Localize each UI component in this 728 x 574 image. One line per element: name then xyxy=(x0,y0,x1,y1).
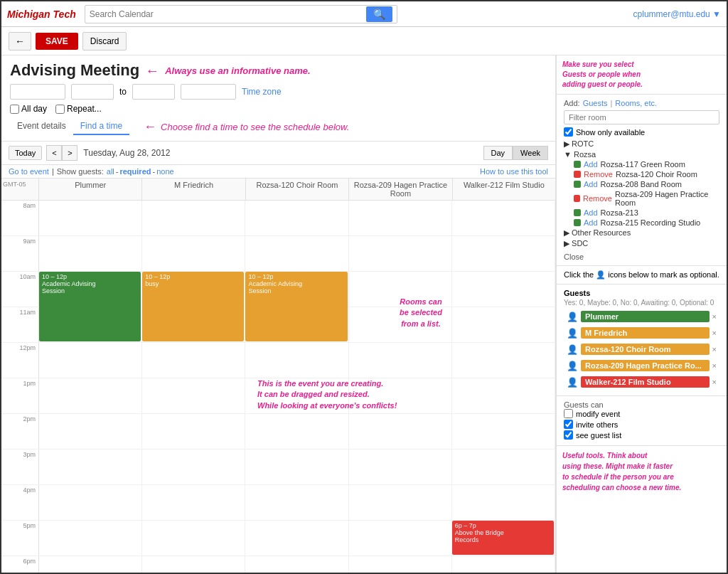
allday-checkbox[interactable] xyxy=(10,105,19,114)
time-cell-10-1[interactable] xyxy=(142,556,245,574)
how-to-link[interactable]: How to use this tool xyxy=(480,167,548,176)
see-guest-list-checkbox[interactable] xyxy=(564,430,573,440)
time-cell-8-3[interactable] xyxy=(349,485,452,520)
show-available-checkbox[interactable] xyxy=(564,127,573,137)
sdc-header[interactable]: ▶ SDC xyxy=(564,239,719,248)
time-cell-8-2[interactable] xyxy=(245,485,348,520)
required-link[interactable]: required xyxy=(119,167,151,176)
day-view-button[interactable]: Day xyxy=(483,146,513,160)
other-header[interactable]: ▶ Other Resources xyxy=(564,228,719,238)
start-date-input[interactable]: 8/28/2012 xyxy=(10,84,65,100)
time-cell-10-0[interactable] xyxy=(39,556,142,574)
end-date-input[interactable]: 8/28/2012 xyxy=(181,84,236,100)
time-cell-0-1[interactable] xyxy=(142,201,245,235)
time-cell-5-4[interactable] xyxy=(452,378,555,413)
guest-remove-rozsa209[interactable]: × xyxy=(712,361,717,370)
prev-button[interactable]: < xyxy=(46,145,62,161)
time-cell-9-1[interactable] xyxy=(142,521,245,556)
time-cell-5-3[interactable] xyxy=(349,378,452,413)
time-cell-4-3[interactable] xyxy=(349,343,452,378)
invite-others-checkbox[interactable] xyxy=(564,420,573,429)
time-cell-1-1[interactable] xyxy=(142,236,245,271)
time-cell-9-2[interactable] xyxy=(245,521,348,556)
time-cell-6-4[interactable] xyxy=(452,414,555,449)
close-link[interactable]: Close xyxy=(564,253,584,261)
tab-event-details[interactable]: Event details xyxy=(10,118,73,135)
time-cell-5-0[interactable] xyxy=(39,378,142,413)
guest-remove-walker212[interactable]: × xyxy=(712,378,717,386)
rotc-header[interactable]: ▶ ROTC xyxy=(564,139,719,149)
time-cell-0-2[interactable] xyxy=(245,201,348,235)
remove-rozsa209[interactable]: Remove xyxy=(583,194,612,203)
time-cell-10-2[interactable] xyxy=(245,556,348,574)
time-cell-6-0[interactable] xyxy=(39,414,142,449)
time-cell-7-3[interactable] xyxy=(349,450,452,484)
time-cell-6-3[interactable] xyxy=(349,414,452,449)
modify-event-checkbox[interactable] xyxy=(564,409,573,418)
time-cell-7-2[interactable] xyxy=(245,450,348,484)
time-cell-3-3[interactable] xyxy=(349,307,452,342)
time-cell-6-2[interactable] xyxy=(245,414,348,449)
time-cell-9-3[interactable] xyxy=(349,521,452,556)
time-cell-0-3[interactable] xyxy=(349,201,452,235)
add-rozsa208[interactable]: Add xyxy=(584,180,598,188)
repeat-checkbox[interactable] xyxy=(55,105,65,114)
add-rozsa117[interactable]: Add xyxy=(584,160,598,169)
all-guests-link[interactable]: all xyxy=(107,167,114,176)
week-view-button[interactable]: Week xyxy=(513,146,548,160)
filter-room-input[interactable] xyxy=(564,110,719,124)
time-cell-8-1[interactable] xyxy=(142,485,245,520)
time-cell-8-4[interactable] xyxy=(452,485,555,520)
cal-event-1-2[interactable]: 10 – 12p busy xyxy=(142,272,244,341)
time-cell-2-3[interactable] xyxy=(349,272,452,307)
time-cell-4-1[interactable] xyxy=(142,343,245,378)
rozsa-header[interactable]: ▼ Rozsa xyxy=(564,150,719,159)
time-cell-5-2[interactable] xyxy=(245,378,348,413)
cal-event-2-2[interactable]: 10 – 12p Academic Advising Session xyxy=(245,272,347,341)
save-button[interactable]: SAVE xyxy=(36,33,78,50)
time-cell-0-4[interactable] xyxy=(452,201,555,235)
rooms-link[interactable]: Rooms, etc. xyxy=(615,99,657,107)
add-rozsa213[interactable]: Add xyxy=(584,208,598,217)
time-cell-1-4[interactable] xyxy=(452,236,555,271)
time-cell-6-1[interactable] xyxy=(142,414,245,449)
time-cell-7-0[interactable] xyxy=(39,450,142,484)
back-button[interactable]: ← xyxy=(9,32,31,51)
guest-remove-mfriedrich[interactable]: × xyxy=(712,329,717,337)
time-cell-7-4[interactable] xyxy=(452,450,555,484)
time-cell-2-4[interactable] xyxy=(452,272,555,307)
search-input[interactable] xyxy=(90,9,362,19)
end-time-input[interactable]: 1:30pm xyxy=(132,84,175,100)
cal-event-0-2[interactable]: 10 – 12p Academic Advising Session xyxy=(39,272,141,341)
user-email[interactable]: cplummer@mtu.edu ▼ xyxy=(633,9,721,19)
discard-button[interactable]: Discard xyxy=(82,32,127,51)
start-time-input[interactable]: 1:00pm xyxy=(71,84,114,100)
time-cell-7-1[interactable] xyxy=(142,450,245,484)
tab-find-time[interactable]: Find a time xyxy=(73,118,129,135)
next-button[interactable]: > xyxy=(62,145,77,161)
time-cell-1-2[interactable] xyxy=(245,236,348,271)
remove-rozsa120[interactable]: Remove xyxy=(584,170,613,179)
timezone-link[interactable]: Time zone xyxy=(242,87,282,97)
time-cell-5-1[interactable] xyxy=(142,378,245,413)
goto-event-link[interactable]: Go to event xyxy=(9,167,49,176)
guest-remove-rozsa120[interactable]: × xyxy=(712,345,717,354)
time-cell-10-3[interactable] xyxy=(349,556,452,574)
today-button[interactable]: Today xyxy=(9,146,42,160)
time-cell-3-4[interactable] xyxy=(452,307,555,342)
time-cell-10-4[interactable] xyxy=(452,556,555,574)
time-cell-4-0[interactable] xyxy=(39,343,142,378)
time-cell-4-4[interactable] xyxy=(452,343,555,378)
time-cell-0-0[interactable] xyxy=(39,201,142,235)
repeat-checkbox-label[interactable]: Repeat... xyxy=(55,104,102,114)
guests-link[interactable]: Guests xyxy=(583,99,608,107)
search-button[interactable]: 🔍 xyxy=(366,6,392,22)
cal-event-4-9[interactable]: 6p – 7p Above the Bridge Records xyxy=(452,521,554,555)
allday-checkbox-label[interactable]: All day xyxy=(10,104,47,114)
none-link[interactable]: none xyxy=(156,167,173,176)
time-cell-1-0[interactable] xyxy=(39,236,142,271)
time-cell-1-3[interactable] xyxy=(349,236,452,271)
time-cell-9-0[interactable] xyxy=(39,521,142,556)
guest-remove-plummer[interactable]: × xyxy=(712,312,717,321)
time-cell-8-0[interactable] xyxy=(39,485,142,520)
